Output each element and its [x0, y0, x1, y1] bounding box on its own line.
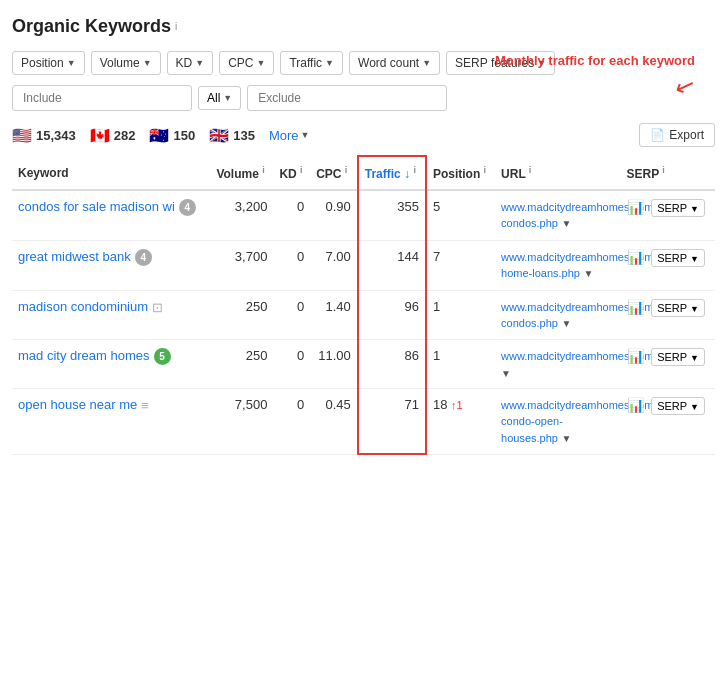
traffic-cell: 96	[358, 290, 426, 340]
kd-cell: 0	[273, 340, 310, 388]
keyword-link[interactable]: great midwest bank	[18, 249, 131, 264]
country-ca[interactable]: 🇨🇦 282	[90, 126, 136, 145]
position-filter[interactable]: Position ▼	[12, 51, 85, 75]
keyword-link[interactable]: mad city dream homes	[18, 348, 150, 363]
col-kd[interactable]: KD i	[273, 156, 310, 190]
cpc-cell: 7.00	[310, 240, 358, 290]
page-title: Organic Keywords i	[12, 16, 715, 37]
col-url: URL i	[495, 156, 620, 190]
traffic-cell: 355	[358, 190, 426, 240]
all-dropdown[interactable]: All ▼	[198, 86, 241, 110]
serp-cell: 📊 SERP ▼	[621, 240, 716, 290]
keyword-link[interactable]: madison condominium	[18, 299, 148, 314]
country-us[interactable]: 🇺🇸 15,343	[12, 126, 76, 145]
keyword-link[interactable]: open house near me	[18, 397, 137, 412]
table-row: open house near me≡ 7,500 0 0.45 71 18 ↑…	[12, 388, 715, 454]
serp-cell: 📊 SERP ▼	[621, 190, 716, 240]
bar-chart-icon[interactable]: 📊	[627, 397, 644, 413]
traffic-cell: 71	[358, 388, 426, 454]
keyword-cell: condos for sale madison wi4	[12, 190, 210, 240]
url-cell: www.madcitydreamhomes.com/ ▼	[495, 340, 620, 388]
country-au[interactable]: 🇦🇺 150	[149, 126, 195, 145]
bar-chart-icon[interactable]: 📊	[627, 199, 644, 215]
cpc-cell: 11.00	[310, 340, 358, 388]
volume-cell: 250	[210, 340, 273, 388]
keyword-cell: madison condominium⊡	[12, 290, 210, 340]
bar-chart-icon[interactable]: 📊	[627, 299, 644, 315]
col-position[interactable]: Position i	[426, 156, 495, 190]
url-cell: www.madcitydreamhomes.com/madison-condos…	[495, 190, 620, 240]
keyword-cell: great midwest bank4	[12, 240, 210, 290]
export-button[interactable]: 📄 Export	[639, 123, 715, 147]
serp-button[interactable]: SERP ▼	[651, 299, 705, 317]
col-traffic[interactable]: Traffic ↓ i	[358, 156, 426, 190]
position-cell: 7	[426, 240, 495, 290]
bar-chart-icon[interactable]: 📊	[627, 249, 644, 265]
serp-button[interactable]: SERP ▼	[651, 199, 705, 217]
cpc-filter[interactable]: CPC ▼	[219, 51, 274, 75]
include-input[interactable]	[12, 85, 192, 111]
table-row: mad city dream homes5 250 0 11.00 86 1 w…	[12, 340, 715, 388]
serp-button[interactable]: SERP ▼	[651, 397, 705, 415]
position-cell: 1	[426, 340, 495, 388]
country-gb[interactable]: 🇬🇧 135	[209, 126, 255, 145]
filter-bar: Position ▼ Volume ▼ KD ▼ CPC ▼ Traffic ▼…	[12, 51, 715, 75]
volume-cell: 3,700	[210, 240, 273, 290]
traffic-cell: 144	[358, 240, 426, 290]
cpc-cell: 1.40	[310, 290, 358, 340]
table-row: great midwest bank4 3,700 0 7.00 144 7 w…	[12, 240, 715, 290]
table-row: madison condominium⊡ 250 0 1.40 96 1 www…	[12, 290, 715, 340]
serp-cell: 📊 SERP ▼	[621, 340, 716, 388]
col-cpc[interactable]: CPC i	[310, 156, 358, 190]
col-serp: SERP i	[621, 156, 716, 190]
more-button[interactable]: More ▼	[269, 128, 310, 143]
position-cell: 5	[426, 190, 495, 240]
bar-chart-icon[interactable]: 📊	[627, 348, 644, 364]
volume-cell: 250	[210, 290, 273, 340]
kd-cell: 0	[273, 190, 310, 240]
volume-cell: 7,500	[210, 388, 273, 454]
volume-filter[interactable]: Volume ▼	[91, 51, 161, 75]
word-count-filter[interactable]: Word count ▼	[349, 51, 440, 75]
serp-features-filter[interactable]: SERP features ▼	[446, 51, 555, 75]
url-cell: www.madcitydreamhomes.com/madison-condo-…	[495, 388, 620, 454]
kd-cell: 0	[273, 388, 310, 454]
kd-cell: 0	[273, 240, 310, 290]
col-keyword: Keyword	[12, 156, 210, 190]
cpc-cell: 0.45	[310, 388, 358, 454]
traffic-cell: 86	[358, 340, 426, 388]
serp-cell: 📊 SERP ▼	[621, 388, 716, 454]
keywords-table: Keyword Volume i KD i CPC i Traffic ↓ i …	[12, 155, 715, 455]
exclude-input[interactable]	[247, 85, 447, 111]
kd-filter[interactable]: KD ▼	[167, 51, 214, 75]
serp-button[interactable]: SERP ▼	[651, 249, 705, 267]
keyword-cell: mad city dream homes5	[12, 340, 210, 388]
table-row: condos for sale madison wi4 3,200 0 0.90…	[12, 190, 715, 240]
kd-cell: 0	[273, 290, 310, 340]
col-volume[interactable]: Volume i	[210, 156, 273, 190]
serp-cell: 📊 SERP ▼	[621, 290, 716, 340]
cpc-cell: 0.90	[310, 190, 358, 240]
position-cell: 18 ↑1	[426, 388, 495, 454]
url-cell: www.madcitydreamhomes.com/madison-condos…	[495, 290, 620, 340]
url-cell: www.madcitydreamhomes.com/madison-home-l…	[495, 240, 620, 290]
country-bar: 🇺🇸 15,343 🇨🇦 282 🇦🇺 150 🇬🇧 135 More ▼ 📄	[12, 123, 715, 147]
volume-cell: 3,200	[210, 190, 273, 240]
keyword-cell: open house near me≡	[12, 388, 210, 454]
position-cell: 1	[426, 290, 495, 340]
traffic-filter[interactable]: Traffic ▼	[280, 51, 343, 75]
keyword-link[interactable]: condos for sale madison wi	[18, 199, 175, 214]
include-bar: All ▼	[12, 85, 715, 111]
serp-button[interactable]: SERP ▼	[651, 348, 705, 366]
